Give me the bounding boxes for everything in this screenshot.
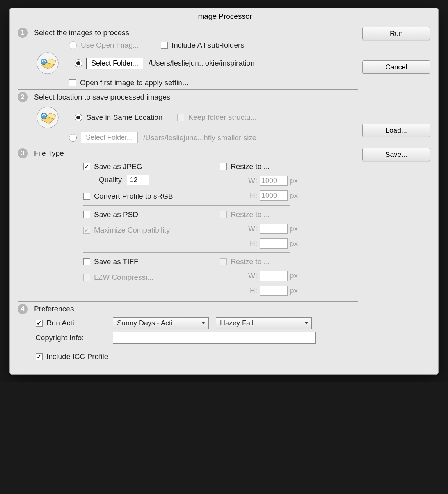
keep-folder-structure-label: Keep folder structu... <box>188 113 256 122</box>
open-first-image-label: Open first image to apply settin... <box>80 78 188 87</box>
jpeg-width-input[interactable] <box>260 176 288 186</box>
save-as-psd-label: Save as PSD <box>94 210 138 219</box>
svg-point-1 <box>41 59 47 65</box>
convert-srgb-label: Convert Profile to sRGB <box>94 192 173 201</box>
psd-resize-label: Resize to ... <box>231 210 270 219</box>
svg-point-3 <box>41 113 47 119</box>
select-dest-folder-button[interactable]: Select Folder... <box>81 132 138 143</box>
folder-icon <box>36 51 60 75</box>
section4-title: Preferences <box>34 305 74 313</box>
source-path: /Users/lesliejun...okie/inspiration <box>149 59 254 68</box>
cancel-button[interactable]: Cancel <box>362 60 430 74</box>
section3-title: File Type <box>34 149 64 158</box>
maximize-compat-label: Maximize Compatibility <box>94 226 170 235</box>
run-action-label: Run Acti... <box>46 319 80 327</box>
save-as-tiff-label: Save as TIFF <box>94 258 139 266</box>
px-unit: px <box>290 191 298 200</box>
run-button[interactable]: Run <box>362 27 430 40</box>
select-source-folder-button[interactable]: Select Folder... <box>86 58 143 69</box>
include-icc-label: Include ICC Profile <box>46 352 108 361</box>
save-same-location-label: Save in Same Location <box>86 113 162 122</box>
use-open-images-radio <box>69 41 77 49</box>
px-unit: px <box>290 224 298 233</box>
divider <box>18 301 358 302</box>
tiff-height-input[interactable] <box>260 286 288 296</box>
save-as-jpeg-checkbox[interactable] <box>83 163 90 170</box>
sub-divider <box>83 252 290 253</box>
use-open-images-label: Use Open Imag... <box>81 41 139 50</box>
dest-path: /Users/lesliejune...htly smaller size <box>143 133 256 142</box>
tiff-resize-label: Resize to ... <box>231 258 270 266</box>
save-as-psd-checkbox[interactable] <box>83 211 90 218</box>
psd-w-label: W: <box>248 224 257 233</box>
action-select[interactable]: Hazey Fall <box>216 317 312 329</box>
jpeg-height-input[interactable] <box>260 190 288 201</box>
select-folder-radio[interactable] <box>75 59 82 67</box>
save-as-jpeg-label: Save as JPEG <box>94 162 142 171</box>
jpeg-resize-label: Resize to ... <box>231 162 270 171</box>
step-badge-2: 2 <box>18 92 28 102</box>
px-unit: px <box>290 239 298 248</box>
include-icc-checkbox[interactable] <box>36 353 43 360</box>
maximize-compat-checkbox <box>83 227 90 234</box>
divider <box>18 89 358 90</box>
open-first-image-checkbox[interactable] <box>69 79 76 86</box>
run-action-checkbox[interactable] <box>36 320 43 327</box>
jpeg-quality-label: Quality: <box>99 176 124 184</box>
save-as-tiff-checkbox[interactable] <box>83 258 90 265</box>
keep-folder-structure-checkbox <box>177 114 184 121</box>
divider <box>18 146 358 146</box>
sub-divider <box>83 205 290 206</box>
dialog-title: Image Processor <box>10 8 438 27</box>
load-button[interactable]: Load... <box>362 124 430 137</box>
step-badge-4: 4 <box>18 304 28 314</box>
jpeg-quality-input[interactable] <box>127 175 149 185</box>
tiff-resize-checkbox <box>220 258 227 265</box>
folder-icon <box>36 105 60 130</box>
section1-title: Select the images to process <box>34 28 129 37</box>
lzw-label: LZW Compressi... <box>94 273 153 282</box>
select-dest-folder-radio[interactable] <box>69 134 77 142</box>
jpeg-w-label: W: <box>248 176 257 185</box>
tiff-w-label: W: <box>248 272 257 280</box>
include-subfolders-label: Include All sub-folders <box>172 41 244 50</box>
copyright-label: Copyright Info: <box>36 334 84 342</box>
px-unit: px <box>290 286 298 295</box>
psd-h-label: H: <box>250 239 257 248</box>
convert-srgb-checkbox[interactable] <box>83 193 90 200</box>
image-processor-dialog: Image Processor 1 Select the images to p… <box>9 8 439 375</box>
save-button[interactable]: Save... <box>362 148 430 161</box>
px-unit: px <box>290 272 298 280</box>
copyright-input[interactable] <box>113 332 316 344</box>
psd-height-input[interactable] <box>260 238 288 249</box>
lzw-checkbox <box>83 274 90 281</box>
tiff-h-label: H: <box>250 286 257 295</box>
jpeg-resize-checkbox[interactable] <box>220 163 227 170</box>
psd-width-input[interactable] <box>260 224 288 234</box>
step-badge-1: 1 <box>18 28 28 38</box>
action-set-select[interactable]: Sunny Days - Acti... <box>113 317 209 329</box>
px-unit: px <box>290 176 298 185</box>
section2-title: Select location to save processed images <box>34 93 171 101</box>
psd-resize-checkbox <box>220 211 227 218</box>
jpeg-h-label: H: <box>250 191 257 200</box>
include-subfolders-checkbox[interactable] <box>161 42 168 49</box>
tiff-width-input[interactable] <box>260 271 288 281</box>
step-badge-3: 3 <box>18 148 28 158</box>
save-same-location-radio[interactable] <box>75 114 82 121</box>
